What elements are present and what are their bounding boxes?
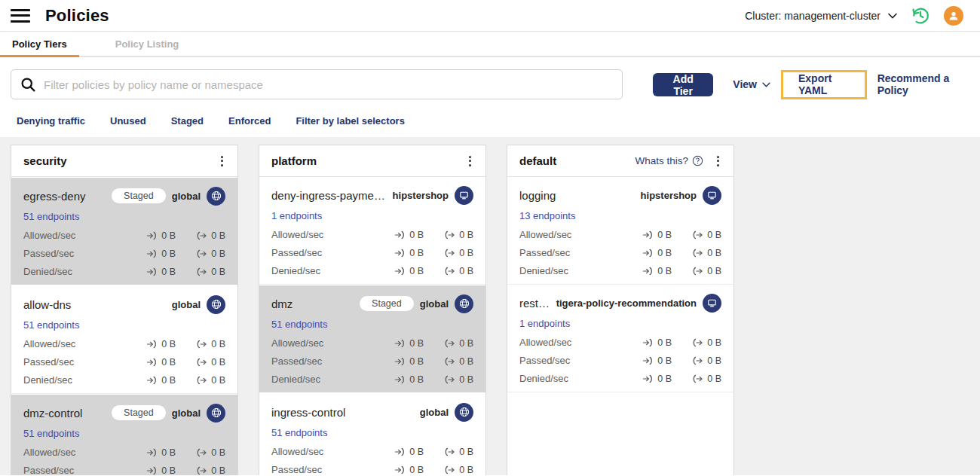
tier-menu-kebab-icon[interactable]	[215, 154, 228, 169]
policy-filter-searchbox[interactable]	[11, 69, 623, 99]
policy-scope: global	[172, 407, 201, 419]
metric-value-ingress: 0 B	[381, 465, 424, 475]
metric-value-ingress: 0 B	[381, 266, 424, 276]
ingress-arrow-icon	[146, 376, 158, 385]
metric-label: Denied/sec	[519, 373, 629, 384]
metric-label: Allowed/sec	[271, 229, 381, 240]
policy-card[interactable]: deny-ingress-paymentservi...hipstershop1…	[259, 177, 485, 285]
egress-arrow-icon	[692, 230, 703, 240]
metric-row: Denied/sec0 B0 B	[23, 266, 225, 277]
policy-card[interactable]: dmzStagedglobal51 endpointsAllowed/sec0 …	[259, 285, 485, 394]
namespace-icon	[706, 298, 718, 309]
metric-row: Passed/sec0 B0 B	[23, 465, 225, 475]
egress-arrow-icon	[444, 339, 455, 348]
user-avatar[interactable]	[944, 6, 963, 26]
endpoints-link[interactable]: 51 endpoints	[23, 211, 79, 222]
egress-arrow-icon	[444, 375, 455, 384]
ingress-arrow-icon	[394, 465, 406, 474]
metric-value-ingress: 0 B	[133, 375, 176, 386]
tier-board: securityegress-denyStagedglobal51 endpoi…	[0, 137, 980, 475]
metric-value-egress: 0 B	[431, 374, 473, 385]
metric-value-egress: 0 B	[183, 339, 225, 349]
tab-policy-tiers-label: Policy Tiers	[12, 38, 67, 50]
global-policy-badge	[207, 187, 225, 206]
export-yaml-label: Export YAML	[798, 72, 850, 96]
tier-menu-kebab-icon[interactable]	[463, 154, 476, 169]
ingress-arrow-icon	[642, 356, 654, 365]
global-policy-badge	[455, 403, 473, 422]
metric-row: Passed/sec0 B0 B	[519, 355, 721, 366]
endpoints-link[interactable]: 51 endpoints	[271, 427, 327, 438]
filter-unused[interactable]: Unused	[110, 115, 146, 127]
metric-label: Passed/sec	[271, 355, 381, 367]
policy-scope: hipstershop	[641, 190, 697, 201]
tier-menu-kebab-icon[interactable]	[711, 154, 724, 169]
ingress-arrow-icon	[394, 357, 406, 366]
metric-value-ingress: 0 B	[629, 248, 672, 258]
policy-card[interactable]: ingress-controlglobal51 endpointsAllowed…	[259, 394, 485, 475]
metric-value-ingress: 0 B	[133, 465, 176, 476]
metric-value-egress: 0 B	[431, 248, 473, 258]
tab-policy-tiers[interactable]: Policy Tiers	[11, 32, 69, 56]
metric-value-egress: 0 B	[679, 337, 721, 348]
metric-value-egress: 0 B	[431, 465, 473, 475]
egress-arrow-icon	[444, 267, 455, 276]
endpoints-link[interactable]: 51 endpoints	[271, 319, 327, 330]
metric-row: Allowed/sec0 B0 B	[23, 338, 225, 349]
egress-arrow-icon	[692, 374, 703, 383]
policy-card[interactable]: logginghipstershop13 endpointsAllowed/se…	[507, 177, 733, 285]
egress-arrow-icon	[196, 231, 207, 240]
namespace-icon	[706, 190, 718, 201]
policy-card[interactable]: dmz-controlStagedglobal51 endpointsAllow…	[11, 394, 237, 475]
metric-row: Denied/sec0 B0 B	[519, 265, 721, 276]
hamburger-menu-icon[interactable]	[11, 8, 30, 23]
metric-row: Allowed/sec0 B0 B	[271, 337, 473, 349]
endpoints-link[interactable]: 51 endpoints	[23, 319, 79, 331]
metric-row: Denied/sec0 B0 B	[271, 374, 473, 385]
policy-card[interactable]: restrictedtigera-policy-recommendation1 …	[507, 285, 733, 392]
metric-value-egress: 0 B	[183, 267, 225, 277]
tab-policy-listing[interactable]: Policy Listing	[114, 32, 181, 56]
metric-value-egress: 0 B	[679, 248, 721, 258]
view-dropdown-button[interactable]: View	[733, 78, 770, 90]
endpoints-link[interactable]: 13 endpoints	[519, 210, 575, 221]
cluster-selector[interactable]: Cluster: management-cluster	[745, 10, 897, 22]
filter-staged[interactable]: Staged	[171, 115, 204, 127]
recommend-policy-button[interactable]: Recommend a Policy	[874, 72, 963, 96]
policy-name: egress-deny	[23, 190, 106, 203]
metric-value-ingress: 0 B	[381, 230, 424, 240]
filter-enforced[interactable]: Enforced	[228, 115, 271, 127]
ingress-arrow-icon	[642, 338, 654, 347]
metric-value-ingress: 0 B	[381, 356, 424, 367]
history-button[interactable]	[911, 6, 930, 26]
policy-filter-input[interactable]	[44, 78, 613, 91]
metric-row: Passed/sec0 B0 B	[23, 356, 225, 368]
filter-denying-traffic[interactable]: Denying traffic	[17, 115, 85, 127]
metric-value-ingress: 0 B	[629, 337, 672, 348]
egress-arrow-icon	[692, 338, 703, 347]
tab-policy-listing-label: Policy Listing	[115, 38, 179, 50]
metric-value-egress: 0 B	[679, 230, 721, 240]
endpoints-link[interactable]: 51 endpoints	[23, 428, 79, 439]
namespace-policy-badge	[455, 186, 473, 205]
ingress-arrow-icon	[642, 374, 654, 383]
metric-value-ingress: 0 B	[381, 374, 424, 385]
tier-name: default	[519, 154, 635, 167]
whats-this-link[interactable]: Whats this?	[635, 155, 703, 166]
add-tier-button[interactable]: Add Tier	[653, 73, 713, 96]
filter-by-label-selectors[interactable]: Filter by label selectors	[296, 115, 405, 127]
tier-header: security	[11, 145, 237, 177]
egress-arrow-icon	[692, 267, 703, 276]
globe-icon	[458, 298, 470, 310]
export-yaml-button[interactable]: Export YAML	[781, 70, 867, 99]
metric-label: Passed/sec	[271, 247, 381, 258]
policy-card[interactable]: allow-dnsglobal51 endpointsAllowed/sec0 …	[11, 286, 237, 394]
policy-scope: global	[172, 191, 201, 202]
staged-badge: Staged	[112, 405, 166, 420]
policy-card[interactable]: egress-denyStagedglobal51 endpointsAllow…	[11, 177, 237, 286]
staged-badge: Staged	[360, 296, 414, 311]
endpoints-link[interactable]: 1 endpoints	[519, 318, 570, 329]
endpoints-link[interactable]: 1 endpoints	[271, 210, 322, 221]
egress-arrow-icon	[196, 340, 207, 349]
ingress-arrow-icon	[146, 358, 158, 367]
